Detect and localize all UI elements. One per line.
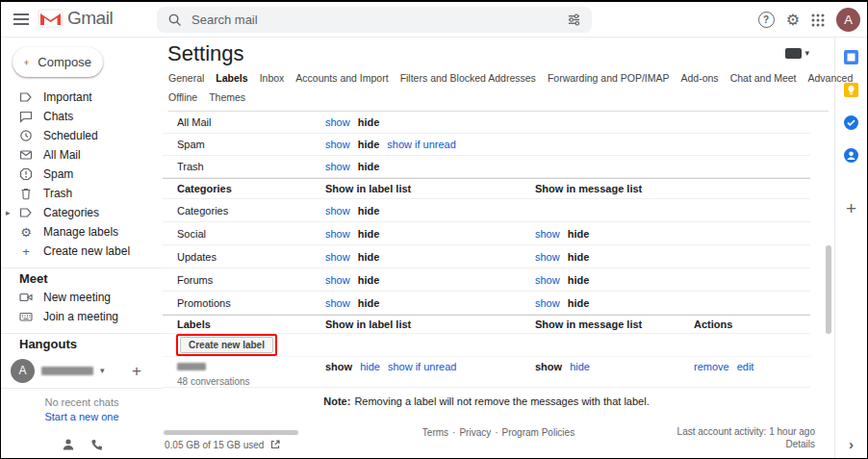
new-conversation-plus-icon[interactable]: +	[132, 363, 141, 379]
header-actions: ? ⚙ A	[758, 2, 860, 38]
show-link[interactable]: show	[535, 251, 560, 263]
show-link[interactable]: show	[325, 297, 350, 309]
sidebar-item-all-mail[interactable]: All Mail	[1, 145, 163, 165]
meet-section-header: Meet	[1, 268, 163, 288]
phone-icon[interactable]	[89, 438, 104, 452]
sidebar-item-categories[interactable]: ▸ Categories	[1, 203, 163, 222]
hangouts-user-row[interactable]: A ▾ +	[1, 353, 163, 388]
caret-down-icon: ▾	[804, 49, 809, 58]
show-link[interactable]: show	[325, 274, 350, 286]
settings-gear-icon[interactable]: ⚙	[786, 13, 800, 28]
hide-state: hide	[358, 274, 380, 286]
tab-advanced[interactable]: Advanced	[808, 72, 854, 84]
search-options-icon[interactable]	[567, 13, 581, 27]
show-link[interactable]: show	[325, 161, 350, 172]
calendar-icon[interactable]	[843, 49, 859, 65]
hide-state: hide	[568, 251, 590, 263]
show-link[interactable]: show	[535, 274, 560, 286]
tab-labels[interactable]: Labels	[216, 72, 247, 84]
hide-state: hide	[358, 161, 380, 172]
row-name: Trash	[163, 161, 325, 172]
sidebar-item-chats[interactable]: Chats	[1, 107, 163, 126]
show-link[interactable]: show	[535, 297, 560, 309]
tab-general[interactable]: General	[168, 72, 204, 84]
sidebar-item-manage-labels[interactable]: ⚙ Manage labels	[1, 222, 163, 242]
hide-state: hide	[358, 139, 380, 150]
row-name: All Mail	[163, 116, 325, 128]
header-dropdown[interactable]: ▾	[785, 48, 809, 59]
show-link[interactable]: show	[325, 139, 350, 150]
person-status-icon[interactable]	[61, 437, 76, 452]
program-policies-link[interactable]: Program Policies	[502, 427, 575, 438]
keep-icon[interactable]	[843, 82, 859, 98]
contacts-icon[interactable]	[843, 147, 859, 164]
sidebar-item-scheduled[interactable]: Scheduled	[1, 126, 163, 145]
tab-offline[interactable]: Offline	[168, 91, 197, 103]
terms-link[interactable]: Terms	[422, 427, 448, 438]
tab-filters-and-blocked-addresses[interactable]: Filters and Blocked Addresses	[400, 72, 536, 84]
search-icon[interactable]	[167, 13, 182, 27]
sidebar-item-important[interactable]: Important	[1, 88, 163, 107]
remove-link[interactable]: remove	[694, 361, 729, 372]
get-addons-plus-icon[interactable]: +	[846, 199, 856, 217]
storage-text: 0.05 GB of 15 GB used	[165, 440, 264, 450]
section-title: Labels	[163, 319, 325, 330]
tab-themes[interactable]: Themes	[209, 91, 245, 103]
tab-forwarding-and-pop-imap[interactable]: Forwarding and POP/IMAP	[548, 72, 670, 84]
side-panel: + ›	[834, 38, 867, 458]
search-input[interactable]	[191, 13, 557, 27]
tasks-icon[interactable]	[843, 115, 859, 131]
show-link[interactable]: show	[535, 228, 560, 240]
show-link[interactable]: show	[325, 116, 350, 128]
start-new-chat-link[interactable]: Start a new one	[1, 411, 163, 422]
help-icon[interactable]: ?	[758, 12, 775, 28]
show-link[interactable]: show	[325, 251, 350, 263]
settings-main: Settings ▾ General Labels Inbox Accounts…	[163, 38, 834, 458]
note-prefix: Note:	[323, 395, 350, 407]
show-state: show	[535, 361, 562, 372]
sidebar-divider	[1, 388, 163, 389]
create-new-label-button[interactable]: Create new label	[180, 337, 273, 353]
apps-grid-icon[interactable]	[811, 13, 825, 27]
tab-chat-and-meet[interactable]: Chat and Meet	[730, 72, 797, 84]
open-in-new-icon[interactable]	[269, 439, 281, 450]
hide-side-panel-chevron-icon[interactable]: ›	[835, 437, 867, 451]
sidebar-item-trash[interactable]: Trash	[1, 184, 163, 203]
separator-dot: ·	[495, 427, 498, 438]
show-if-unread-link[interactable]: show if unread	[388, 361, 457, 372]
labels-section-header: Labels Show in label list Show in messag…	[163, 315, 810, 334]
separator-dot: ·	[452, 427, 455, 438]
vertical-scrollbar[interactable]	[826, 245, 831, 334]
edit-link[interactable]: edit	[737, 361, 754, 372]
tab-accounts-and-import[interactable]: Accounts and Import	[295, 72, 388, 84]
row-name: Updates	[163, 251, 325, 263]
show-link[interactable]: show	[325, 205, 350, 217]
profile-avatar[interactable]: A	[836, 8, 860, 32]
gmail-logo-text: Gmail	[67, 8, 113, 29]
sidebar-item-join-meeting[interactable]: Join a meeting	[1, 307, 163, 326]
chat-bubble-icon	[19, 110, 33, 123]
show-if-unread-link[interactable]: show if unread	[387, 139, 456, 150]
video-camera-icon	[19, 291, 33, 304]
hide-link[interactable]: hide	[570, 361, 590, 372]
table-row-promotions: Promotions showhide showhide	[163, 292, 810, 315]
details-link[interactable]: Details	[785, 439, 815, 449]
table-row-forums: Forums showhide showhide	[163, 268, 810, 292]
sidebar-item-spam[interactable]: Spam	[1, 165, 163, 184]
hide-link[interactable]: hide	[360, 361, 380, 372]
hide-state: hide	[568, 274, 590, 286]
note-text: Removing a label will not remove the mes…	[354, 395, 649, 407]
show-link[interactable]: show	[325, 228, 350, 240]
categories-section-header: Categories Show in label list Show in me…	[163, 178, 810, 199]
tab-add-ons[interactable]: Add-ons	[681, 72, 719, 84]
storage-usage: 0.05 GB of 15 GB used	[165, 439, 281, 450]
sidebar-item-new-meeting[interactable]: New meeting	[1, 288, 163, 307]
sidebar-item-create-new-label[interactable]: + Create new label	[1, 242, 163, 261]
privacy-link[interactable]: Privacy	[459, 427, 491, 438]
tab-inbox[interactable]: Inbox	[260, 72, 285, 84]
hamburger-menu-icon[interactable]	[13, 13, 29, 25]
hide-state: hide	[358, 205, 380, 217]
search-bar[interactable]	[157, 7, 592, 33]
compose-button[interactable]: Compose	[13, 47, 103, 77]
expander-arrow-icon[interactable]: ▸	[6, 208, 11, 217]
